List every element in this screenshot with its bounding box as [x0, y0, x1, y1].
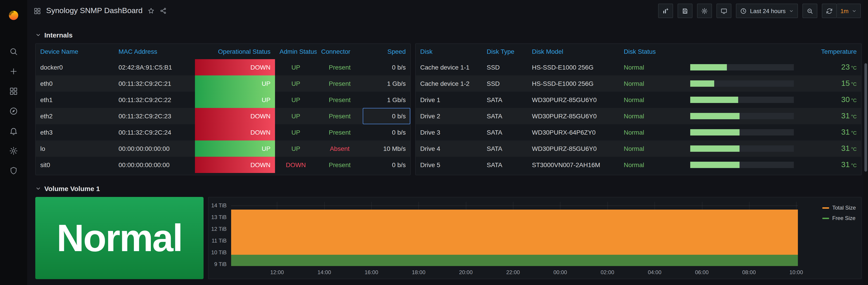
- add-panel-icon: [662, 7, 669, 14]
- cell-operational-status: UP: [195, 92, 275, 108]
- grafana-logo[interactable]: [0, 4, 27, 27]
- column-header-disk[interactable]: Disk: [416, 44, 482, 59]
- add-panel-button[interactable]: [658, 4, 673, 18]
- temperature-bar-fill: [690, 80, 714, 87]
- cell-temperature: 31°C: [800, 124, 861, 140]
- sidebar-item-create[interactable]: [0, 62, 27, 81]
- legend-color-dash: [822, 217, 829, 219]
- column-header-disk-status[interactable]: Disk Status: [619, 44, 686, 59]
- column-header-admin-status[interactable]: Admin Status: [275, 44, 317, 59]
- sidebar-item-configuration[interactable]: [0, 141, 27, 161]
- cell-mac-address: 00:11:32:C9:2C:23: [114, 108, 195, 124]
- series-area-free-size: [231, 255, 798, 266]
- zoom-out-button[interactable]: [802, 4, 817, 18]
- scrollbar-thumb[interactable]: [864, 63, 867, 172]
- cell-temperature-bar: [686, 92, 800, 108]
- temperature-value: 31: [841, 144, 850, 153]
- shield-icon: [9, 166, 18, 175]
- grafana-app: Synology SNMP DashBoard Last 24 hours: [0, 0, 868, 285]
- sidebar-nav: [0, 41, 27, 181]
- cell-admin-status: UP: [275, 140, 317, 157]
- sidebar-item-explore[interactable]: [0, 101, 27, 121]
- column-header-device-name[interactable]: Device Name: [36, 44, 114, 59]
- time-range-picker[interactable]: Last 24 hours: [736, 4, 798, 18]
- cell-device-name: eth3: [36, 124, 114, 140]
- cell-device-name: docker0: [36, 59, 114, 75]
- temperature-bar-track: [690, 64, 794, 70]
- cell-speed: 0 b/s: [363, 124, 410, 140]
- sidebar-item-search[interactable]: [0, 41, 27, 62]
- sidebar-item-server-admin[interactable]: [0, 161, 27, 181]
- column-header-temperature[interactable]: Temperature: [800, 44, 861, 59]
- cell-temperature-bar: [686, 59, 800, 75]
- column-header-mac-address[interactable]: MAC Address: [114, 44, 195, 59]
- disk-status-panel: DiskDisk TypeDisk ModelDisk StatusTemper…: [415, 43, 862, 175]
- y-axis-tick-label: 13 TiB: [211, 214, 227, 220]
- legend-item-free-size[interactable]: Free Size: [822, 215, 856, 221]
- cell-device-name: eth1: [36, 92, 114, 108]
- refresh-button[interactable]: [822, 4, 837, 18]
- cell-disk-model: WD30PURZ-85GU6Y0: [527, 140, 619, 157]
- temperature-unit: °C: [851, 130, 857, 136]
- compass-icon: [9, 107, 18, 116]
- save-dashboard-button[interactable]: [678, 4, 692, 18]
- column-header-connector[interactable]: Connector: [317, 44, 363, 59]
- x-axis-tick-label: 02:00: [601, 269, 614, 276]
- temperature-bar-fill: [690, 162, 740, 168]
- cycle-view-button[interactable]: [716, 4, 732, 18]
- topbar-right: Last 24 hours 1m: [658, 4, 861, 18]
- cell-admin-status: UP: [275, 92, 317, 108]
- table-row: Drive 2SATAWD30PURZ-85GU6Y0Normal31°C: [416, 108, 861, 124]
- column-header-speed[interactable]: Speed: [363, 44, 410, 59]
- page-scrollbar[interactable]: [864, 0, 868, 285]
- cell-mac-address: 00:00:00:00:00:00: [114, 157, 195, 173]
- bell-icon: [9, 127, 18, 136]
- page-title: Synology SNMP DashBoard: [46, 6, 143, 15]
- x-axis-tick-label: 22:00: [506, 269, 520, 276]
- temperature-bar-track: [690, 129, 794, 136]
- cell-disk-type: SSD: [482, 59, 527, 75]
- save-icon: [682, 7, 688, 14]
- sidebar-item-alerting[interactable]: [0, 121, 27, 141]
- topbar-left: Synology SNMP DashBoard: [33, 6, 167, 15]
- cell-disk-type: SATA: [482, 124, 527, 140]
- cell-speed: 10 Mb/s: [363, 140, 410, 157]
- cell-disk-status: Normal: [619, 92, 686, 108]
- cell-speed[interactable]: 0 b/s: [363, 108, 410, 124]
- cell-speed: 0 b/s: [363, 59, 410, 75]
- dashboard-grid-icon[interactable]: [33, 7, 41, 15]
- x-axis-tick-label: 04:00: [648, 269, 661, 276]
- chevron-down-icon: [852, 8, 857, 13]
- dashboard-settings-button[interactable]: [697, 4, 712, 18]
- cell-disk: Drive 3: [416, 124, 482, 140]
- table-row: Cache device 1-2SSDHS-SSD-E1000 256GNorm…: [416, 75, 861, 92]
- x-axis-tick-label: 08:00: [742, 269, 756, 276]
- column-header-operational-status[interactable]: Operational Status: [195, 44, 275, 59]
- column-header-disk-type[interactable]: Disk Type: [482, 44, 527, 59]
- temperature-unit: °C: [851, 146, 857, 152]
- column-header-disk-model[interactable]: Disk Model: [527, 44, 619, 59]
- table-row: Drive 1SATAWD30PURZ-85GU6Y0Normal30°C: [416, 92, 861, 108]
- cell-device-name: sit0: [36, 157, 114, 173]
- cell-admin-status: UP: [275, 124, 317, 140]
- cell-disk-type: SATA: [482, 140, 527, 157]
- y-axis-tick-label: 14 TiB: [211, 202, 227, 209]
- refresh-interval-dropdown[interactable]: 1m: [837, 4, 861, 18]
- temperature-value: 23: [841, 63, 850, 72]
- x-axis-tick-label: 16:00: [365, 269, 378, 276]
- cell-admin-status: UP: [275, 108, 317, 124]
- cell-connector: Absent: [317, 140, 363, 157]
- y-axis-tick-label: 11 TiB: [212, 238, 227, 244]
- legend-item-total-size[interactable]: Total Size: [822, 205, 856, 211]
- share-icon[interactable]: [160, 7, 167, 14]
- sidebar-item-dashboards[interactable]: [0, 81, 27, 101]
- row-header-internals[interactable]: Internals: [35, 30, 862, 40]
- time-range-label: Last 24 hours: [750, 7, 786, 14]
- legend-label: Free Size: [832, 215, 856, 221]
- temperature-bar-track: [690, 145, 794, 152]
- cell-disk-type: SATA: [482, 157, 527, 173]
- star-icon[interactable]: [148, 7, 155, 14]
- cell-admin-status: UP: [275, 75, 317, 92]
- disk-table-body: Cache device 1-1SSDHS-SSD-E1000 256GNorm…: [416, 59, 861, 173]
- row-header-volume[interactable]: Volume Volume 1: [35, 183, 862, 193]
